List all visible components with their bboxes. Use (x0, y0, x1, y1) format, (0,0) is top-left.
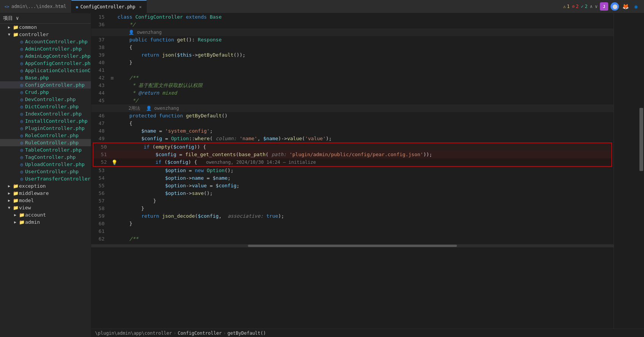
code-line-62: 62 /** (91, 235, 614, 243)
code-line-usage: 2用法 👤 owenzhang (91, 104, 614, 112)
sidebar-item-rulecontroller[interactable]: ◎ RuleController.php (0, 139, 91, 146)
code-line-50: 50 if (empty($config)) { (94, 143, 611, 151)
file-dev-icon: ◎ (18, 97, 25, 102)
sidebar-item-admin[interactable]: ▶ 📁 admin (0, 218, 91, 226)
warning-icon: ⚠ (563, 4, 566, 9)
expand-icon[interactable]: ∧ (590, 4, 593, 9)
code-line-55: 55 $option->value = $config; (91, 182, 614, 190)
sidebar-item-rolecontroller[interactable]: ◎ RoleController.php (0, 132, 91, 139)
file-usertransfer-icon: ◎ (18, 176, 25, 182)
main-layout: 项目 ∨ ▶ 📁 common ▼ 📁 controller ◎ Account… (0, 13, 644, 337)
sidebar-item-dictcontroller[interactable]: ◎ DictController.php (0, 103, 91, 110)
editor-main: 15 class ConfigController extends Base 3… (91, 13, 644, 329)
tab-index-label: admin\...\index.html (11, 4, 67, 9)
sidebar-label-accountcontroller: AccountController.php (25, 39, 87, 44)
folder-view-icon: 📁 (12, 205, 19, 210)
chrome-icon[interactable]: ⬤ (611, 2, 619, 11)
sidebar-item-accountcontroller[interactable]: ◎ AccountController.php (0, 38, 91, 45)
sidebar-item-usercontroller[interactable]: ◎ UserController.php (0, 168, 91, 175)
sidebar-item-middleware[interactable]: ▶ 📁 middleware (0, 190, 91, 197)
tab-close-button[interactable]: × (139, 5, 142, 9)
sidebar-label-applicationcollection: ApplicationCollectionController.php (25, 68, 91, 73)
code-line-37: 37 public function get(): Response (91, 36, 614, 44)
file-upload-icon: ◎ (18, 162, 25, 167)
code-line-61: 61 (91, 228, 614, 235)
sidebar-item-tablecontroller[interactable]: ◎ TableController.php (0, 146, 91, 153)
sidebar-label-indexcontroller: IndexController.php (25, 111, 82, 117)
sidebar-item-tagcontroller[interactable]: ◎ TagController.php (0, 153, 91, 161)
folder-exception-icon: 📁 (12, 184, 19, 189)
arrow-exception: ▶ (6, 184, 12, 188)
error-icon: ⊘ (572, 4, 575, 9)
sidebar-item-crud[interactable]: ◎ Crud.php (0, 89, 91, 96)
sidebar-label-admincontroller: AdminController.php (25, 46, 82, 52)
sidebar-item-plugincontroller[interactable]: ◎ PluginController.php (0, 125, 91, 132)
file-dict-icon: ◎ (18, 104, 25, 109)
sidebar-label-view: view (19, 205, 31, 210)
file-table-icon: ◎ (18, 147, 25, 153)
sidebar-item-base[interactable]: ◎ Base.php (0, 74, 91, 81)
arrow-controller: ▼ (6, 32, 12, 36)
file-config-icon: ◎ (18, 82, 25, 88)
folder-admin-icon: 📁 (18, 220, 25, 225)
sidebar-label-appconfigcontroller: AppConfigController.php (25, 60, 91, 66)
project-header[interactable]: 项目 ∨ (0, 13, 91, 24)
sidebar-item-view[interactable]: ▼ 📁 view (0, 204, 91, 211)
tab-config[interactable]: ● ConfigController.php × (71, 0, 147, 13)
minimap[interactable] (614, 13, 644, 329)
sidebar-item-common[interactable]: ▶ 📁 common (0, 24, 91, 31)
file-adminlog-icon: ◎ (18, 54, 25, 59)
sidebar-label-model: model (19, 198, 34, 203)
sidebar-item-adminlogcontroller[interactable]: ◎ AdminLogController.php (0, 52, 91, 60)
sidebar-item-devcontroller[interactable]: ◎ DevController.php (0, 96, 91, 103)
tab-index[interactable]: <> admin\...\index.html (0, 0, 71, 13)
firefox-icon[interactable]: 🦊 (621, 2, 630, 11)
file-admin-icon: ◎ (18, 46, 25, 52)
sidebar-item-configcontroller[interactable]: ◎ ConfigController.php (0, 81, 91, 89)
folder-model-icon: 📁 (12, 198, 19, 203)
breadcrumb-method: getByDefault() (227, 331, 266, 336)
sidebar-item-usertransfercontroller[interactable]: ◎ UserTransferController.php (0, 175, 91, 182)
code-line-56: 56 $option->save(); (91, 190, 614, 197)
code-line-57: 57 } (91, 197, 614, 205)
folder-controller-icon: 📁 (12, 32, 19, 37)
sidebar-item-applicationcollection[interactable]: ◎ ApplicationCollectionController.php (0, 67, 91, 74)
arrow-account: ▶ (12, 213, 18, 217)
sidebar-item-model[interactable]: ▶ 📁 model (0, 197, 91, 204)
file-rule-icon: ◎ (18, 140, 25, 146)
sidebar-label-tablecontroller: TableController.php (25, 147, 82, 153)
code-editor[interactable]: 15 class ConfigController extends Base 3… (91, 13, 614, 329)
folder-common-icon: 📁 (12, 25, 19, 30)
breadcrumb-controller: ConfigController (178, 331, 222, 336)
edge-icon[interactable]: ◉ (632, 2, 640, 11)
sidebar-item-installcontroller[interactable]: ◎ InstallController.php (0, 117, 91, 125)
editor-area: 15 class ConfigController extends Base 3… (91, 13, 644, 337)
sidebar-label-uploadcontroller: UploadController.php (25, 161, 85, 167)
horizontal-scrollbar[interactable] (91, 244, 614, 247)
sidebar-item-account[interactable]: ▶ 📁 account (0, 211, 91, 218)
file-index-icon: ◎ (18, 111, 25, 117)
code-line-44: 44 * @return mixed (91, 89, 614, 97)
sidebar-label-usertransfercontroller: UserTransferController.php (25, 176, 91, 182)
sidebar-item-appconfigcontroller[interactable]: ◎ AppConfigController.php (0, 60, 91, 67)
sidebar-item-admincontroller[interactable]: ◎ AdminController.php (0, 45, 91, 52)
sidebar-label-common: common (19, 24, 37, 30)
file-appcoll-icon: ◎ (18, 68, 25, 73)
code-line-43: 43 * 基于配置文件获取默认认权限 (91, 82, 614, 89)
folder-account-icon: 📁 (18, 212, 25, 218)
file-appconfig-icon: ◎ (18, 61, 25, 66)
sidebar-label-tagcontroller: TagController.php (25, 154, 76, 160)
check-count: ✓ 2 (581, 4, 587, 9)
code-line-38: 38 { (91, 44, 614, 51)
sidebar-item-controller[interactable]: ▼ 📁 controller (0, 31, 91, 38)
sidebar-label-rulecontroller: RuleController.php (25, 140, 79, 146)
sidebar-item-uploadcontroller[interactable]: ◎ UploadController.php (0, 161, 91, 168)
file-crud-icon: ◎ (18, 90, 25, 95)
arrow-common: ▶ (6, 25, 12, 29)
arrow-admin: ▶ (12, 220, 18, 224)
sidebar-label-installcontroller: InstallController.php (25, 118, 87, 124)
collapse-icon[interactable]: ∨ (595, 4, 598, 9)
sidebar-item-indexcontroller[interactable]: ◎ IndexController.php (0, 110, 91, 117)
sidebar-item-exception[interactable]: ▶ 📁 exception (0, 182, 91, 190)
jetbrains-icon[interactable]: J (600, 2, 608, 11)
